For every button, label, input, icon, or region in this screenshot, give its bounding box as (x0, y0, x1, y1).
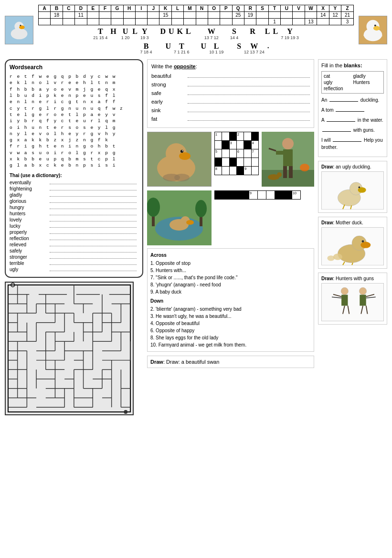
svg-point-116 (180, 150, 183, 153)
crossword-image-duck (147, 132, 212, 187)
middle-column: Write the opposite: beautiful strong saf… (147, 59, 314, 415)
col-V: V (293, 5, 305, 12)
col-N: N (196, 5, 208, 12)
svg-point-157 (341, 287, 348, 295)
draw-mother-duck-box: Draw: Mother duck. (318, 217, 387, 269)
col-I: I (135, 5, 147, 12)
col-J: J (148, 5, 159, 12)
svg-point-154 (333, 254, 342, 260)
svg-point-4 (20, 25, 21, 26)
svg-rect-164 (360, 295, 366, 306)
col-Y: Y (329, 5, 341, 12)
opposite-row-fat: fat (151, 115, 310, 122)
opposite-row-early: early (151, 98, 310, 105)
col-S: S (256, 5, 268, 12)
sentence-1: An duckling. (321, 96, 384, 104)
svg-rect-124 (276, 151, 283, 155)
col-X: X (317, 5, 329, 12)
svg-point-8 (373, 26, 380, 31)
opposite-title: Write the opposite: (151, 63, 310, 69)
thai-words-list: eventually frightening gladly glorious h… (10, 180, 138, 272)
sentence-2: A tom (321, 106, 384, 114)
sentence-4: with guns. (321, 126, 384, 134)
col-B: B (51, 5, 63, 12)
svg-rect-126 (283, 166, 287, 178)
crossword-row-2: 9 10 (147, 190, 314, 245)
svg-point-129 (277, 172, 282, 177)
draw-hunters-title: Draw: Hunters with guns (321, 276, 384, 281)
wordsearch-title: Wordsearch (10, 64, 138, 71)
crossword-area: 1 2 3 4 (147, 132, 314, 187)
col-A: A (39, 5, 51, 12)
draw-swan-box: Draw: Draw: a beautiful swan (147, 356, 314, 368)
col-M: M (184, 5, 196, 12)
wordsearch-box: Wordsearch r e t f w e g q p b d y c w w… (5, 59, 143, 277)
svg-point-163 (359, 287, 366, 295)
col-G: G (111, 5, 123, 12)
col-U: U (281, 5, 293, 12)
col-E: E (87, 5, 99, 12)
sentence-5: I will Help you brother. (321, 137, 384, 151)
draw-ugly-duckling-title: Draw: an ugly duckling. (321, 164, 384, 169)
opposite-row-safe: safe (151, 89, 310, 96)
crossword-more-cells: 9 10 (214, 190, 314, 245)
svg-point-135 (186, 220, 194, 225)
svg-point-111 (124, 410, 127, 414)
col-D: D (75, 5, 87, 12)
col-Q: Q (232, 5, 244, 12)
col-T: T (268, 5, 280, 12)
col-K: K (159, 5, 171, 12)
svg-rect-10 (6, 283, 133, 414)
decoded-line-2: B7 18 4 U T7 1 21 6 U L10 1 19 S W12 13 … (38, 42, 354, 55)
svg-point-9 (374, 24, 376, 26)
col-C: C (63, 5, 74, 12)
col-Z: Z (341, 5, 354, 12)
cipher-middle: A B C D E F G H I J K L M N O P Q R S T (38, 5, 354, 55)
draw-ugly-duckling-area (321, 171, 384, 210)
wordsearch-grid: r e t f w e g q p b d y c w w e k l n o … (10, 74, 138, 168)
col-R: R (244, 5, 256, 12)
svg-rect-123 (283, 149, 293, 166)
col-H: H (123, 5, 135, 12)
crossword-grid-bottom: 9 10 (214, 190, 301, 200)
cipher-table: A B C D E F G H I J K L M N O P Q R S T (38, 5, 354, 25)
crossword-grid-container: 1 2 3 4 (214, 132, 259, 187)
draw-mother-duck-area (321, 227, 384, 265)
opposite-row-beautiful: beautiful (151, 72, 310, 79)
opposite-row-sink: sink (151, 106, 310, 113)
fill-blanks-box: Fill in the blanks: cat gladly ugly Hunt… (318, 59, 387, 157)
thai-title: Thai (use a dictionary): (10, 173, 138, 178)
decoded-line-1: T21 15 4 H U1 20 L Y19 3 D U K L W13 7 1… (38, 27, 354, 40)
svg-point-117 (182, 150, 183, 151)
decoded-lines: T21 15 4 H U1 20 L Y19 3 D U K L W13 7 1… (38, 27, 354, 54)
main-layout: Wordsearch r e t f w e g q p b d y c w w… (5, 59, 387, 415)
fill-blanks-title: Fill in the blanks: (321, 63, 384, 68)
col-P: P (220, 5, 232, 12)
svg-point-115 (179, 152, 191, 160)
col-L: L (171, 5, 183, 12)
svg-rect-127 (289, 166, 293, 178)
thai-section: Thai (use a dictionary): eventually frig… (10, 173, 138, 272)
right-column: Fill in the blanks: cat gladly ugly Hunt… (318, 59, 387, 415)
svg-rect-158 (341, 295, 348, 306)
opposite-box: Write the opposite: beautiful strong saf… (147, 59, 314, 128)
draw-hunters-area (321, 283, 384, 321)
col-W: W (305, 5, 317, 12)
crossword-image-pond (147, 190, 212, 245)
crossword-image-hunter (262, 132, 314, 187)
col-F: F (99, 5, 111, 12)
maze-box (5, 282, 134, 415)
svg-point-130 (300, 164, 309, 171)
col-O: O (208, 5, 220, 12)
svg-point-150 (360, 242, 371, 248)
clues-box: Across 1. Opposite of stop 5. Hunters wi… (147, 248, 314, 352)
left-image (5, 16, 33, 44)
opposite-row-strong: strong (151, 81, 310, 87)
draw-swan-label: Draw: Draw: a beautiful swan (150, 359, 219, 365)
sentence-3: A in the water. (321, 116, 384, 124)
crossword-grid: 1 2 3 4 (214, 132, 259, 175)
word-bank: cat gladly ugly Hunters reflection (321, 71, 384, 94)
svg-point-122 (282, 138, 294, 149)
svg-point-137 (147, 198, 160, 217)
svg-point-144 (358, 187, 360, 189)
